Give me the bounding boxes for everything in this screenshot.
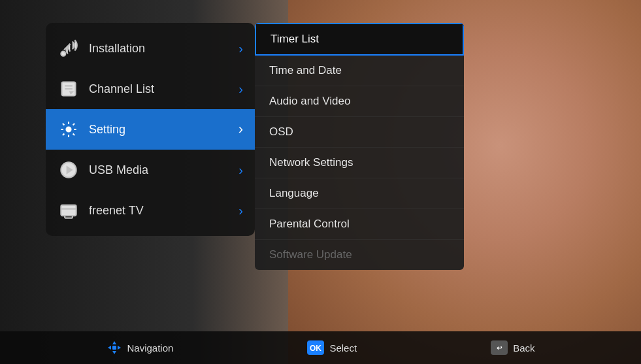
installation-arrow: › [238, 41, 243, 56]
parental-control-label: Parental Control [269, 218, 350, 231]
svg-marker-15 [108, 346, 111, 350]
play-icon [58, 159, 80, 181]
submenu-item-time-and-date[interactable]: Time and Date [255, 56, 464, 86]
gear-icon [58, 118, 80, 141]
setting-arrow: › [238, 121, 243, 138]
channel-list-arrow: › [238, 82, 243, 97]
navigation-label: Navigation [127, 342, 174, 354]
main-overlay: Installation › Channel List › [0, 0, 641, 364]
network-settings-label: Network Settings [269, 156, 353, 169]
usb-media-arrow: › [238, 163, 243, 178]
time-and-date-label: Time and Date [269, 64, 342, 77]
back-hint: ↩ Back [491, 340, 534, 355]
submenu-item-parental-control[interactable]: Parental Control [255, 209, 464, 240]
software-update-label: Software Update [269, 248, 352, 261]
svg-rect-8 [61, 205, 76, 216]
satellite-icon [58, 37, 80, 59]
sidebar-item-installation[interactable]: Installation › [46, 28, 255, 69]
channel-list-label: Channel List [89, 82, 229, 96]
select-label: Select [329, 342, 357, 354]
svg-text:OK: OK [310, 344, 321, 353]
setting-label: Setting [89, 123, 229, 137]
osd-label: OSD [269, 125, 293, 139]
audio-and-video-label: Audio and Video [269, 95, 350, 108]
timer-list-label: Timer List [271, 33, 319, 46]
submenu-item-software-update: Software Update [255, 240, 464, 270]
tv-icon [58, 199, 80, 222]
ok-hint: OK Select [307, 340, 357, 355]
submenu-item-timer-list[interactable]: Timer List [255, 23, 464, 56]
svg-marker-16 [118, 346, 121, 350]
back-label: Back [513, 342, 534, 354]
svg-rect-17 [112, 346, 116, 350]
edit-icon [58, 78, 80, 100]
freenet-tv-label: freenet TV [89, 204, 229, 218]
submenu-item-audio-and-video[interactable]: Audio and Video [255, 86, 464, 117]
sidebar-item-freenet-tv[interactable]: freenet TV › [46, 190, 255, 231]
sidebar-item-setting[interactable]: Setting › [46, 109, 255, 150]
navigation-hint: Navigation [107, 340, 174, 356]
svg-text:↩: ↩ [497, 344, 502, 352]
sidebar-menu: Installation › Channel List › [46, 23, 255, 236]
usb-media-label: USB Media [89, 163, 229, 177]
submenu: Timer List Time and Date Audio and Video… [255, 23, 464, 270]
ok-icon: OK [307, 340, 324, 355]
back-icon: ↩ [491, 340, 508, 355]
svg-marker-14 [112, 351, 116, 354]
svg-point-0 [61, 52, 65, 56]
submenu-item-network-settings[interactable]: Network Settings [255, 148, 464, 178]
bottom-bar: Navigation OK Select ↩ Back [0, 331, 641, 364]
submenu-item-language[interactable]: Language [255, 178, 464, 209]
dpad-icon [107, 340, 122, 356]
svg-marker-13 [112, 341, 116, 344]
language-label: Language [269, 187, 319, 200]
submenu-item-osd[interactable]: OSD [255, 117, 464, 148]
svg-point-5 [67, 127, 71, 132]
installation-label: Installation [89, 42, 229, 56]
sidebar-item-usb-media[interactable]: USB Media › [46, 150, 255, 190]
freenet-tv-arrow: › [238, 203, 243, 218]
sidebar-item-channel-list[interactable]: Channel List › [46, 69, 255, 109]
menus-area: Installation › Channel List › [0, 13, 641, 270]
